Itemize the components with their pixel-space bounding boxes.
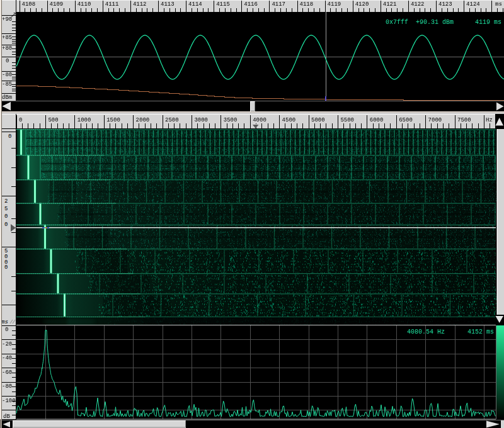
svg-text:ms: ms — [495, 1, 502, 8]
svg-text:500: 500 — [48, 117, 58, 123]
svg-text:Hz: Hz — [486, 117, 493, 123]
svg-text:4118: 4118 — [300, 1, 314, 8]
svg-text:+85: +85 — [2, 35, 12, 41]
svg-text:0: 0 — [5, 327, 8, 333]
svg-text:5000: 5000 — [311, 117, 325, 123]
svg-text:-60: -60 — [2, 369, 12, 376]
svg-text:4110: 4110 — [77, 1, 91, 8]
svg-text:2: 2 — [4, 198, 8, 205]
svg-text:-80: -80 — [2, 383, 12, 390]
svg-text:+80: +80 — [2, 45, 12, 52]
svg-text:7000: 7000 — [428, 117, 442, 123]
svg-text:4109: 4109 — [50, 1, 64, 8]
svg-text:0: 0 — [4, 213, 8, 220]
svg-text:4080.54 Hz: 4080.54 Hz — [407, 329, 445, 335]
svg-text:5500: 5500 — [340, 117, 354, 123]
svg-text:-85: -85 — [2, 81, 12, 87]
svg-text:4121: 4121 — [383, 1, 397, 8]
svg-text:5: 5 — [4, 206, 8, 212]
svg-text:3000: 3000 — [194, 117, 208, 123]
svg-text:4117: 4117 — [272, 1, 285, 8]
svg-text:0: 0 — [8, 133, 11, 140]
svg-text:4500: 4500 — [282, 117, 296, 123]
svg-text:-80: -80 — [2, 72, 12, 78]
svg-text:-20: -20 — [2, 341, 12, 347]
svg-text:2500: 2500 — [165, 117, 179, 123]
svg-text:+90: +90 — [2, 16, 12, 23]
svg-text:4112: 4112 — [133, 1, 147, 8]
svg-text:4152 ms: 4152 ms — [467, 329, 494, 335]
svg-text:4115: 4115 — [216, 1, 230, 8]
svg-text:4113: 4113 — [161, 1, 175, 8]
svg-text:4120: 4120 — [355, 1, 369, 8]
svg-text:-40: -40 — [2, 355, 12, 361]
svg-text:4108: 4108 — [22, 1, 36, 8]
svg-text:-100: -100 — [2, 398, 16, 404]
svg-text:ms: ms — [1, 319, 8, 325]
svg-text:0x7fff +90.31 dBm: 0x7fff +90.31 dBm — [386, 19, 454, 26]
svg-text:2000: 2000 — [136, 117, 150, 123]
svg-text:4116: 4116 — [244, 1, 258, 8]
svg-text:0: 0 — [4, 264, 8, 271]
svg-text:1000: 1000 — [77, 117, 91, 123]
svg-text:1500: 1500 — [106, 117, 120, 123]
svg-text:4114: 4114 — [188, 1, 202, 8]
svg-text:0: 0 — [6, 58, 9, 64]
svg-text:7500: 7500 — [457, 117, 471, 123]
svg-text:4111: 4111 — [105, 1, 119, 8]
svg-text:dB: dB — [3, 414, 10, 420]
svg-text:4122: 4122 — [411, 1, 425, 8]
svg-text:dBm: dBm — [2, 94, 12, 101]
svg-text:4119 ms: 4119 ms — [475, 19, 501, 26]
svg-text:4124: 4124 — [466, 1, 480, 8]
svg-text:4119: 4119 — [328, 1, 341, 8]
svg-text:0: 0 — [4, 222, 8, 228]
svg-text:4000: 4000 — [253, 117, 266, 123]
svg-text:6500: 6500 — [399, 117, 413, 123]
svg-text:0: 0 — [19, 117, 22, 123]
svg-text:3500: 3500 — [224, 117, 238, 123]
svg-text:6000: 6000 — [370, 117, 384, 123]
svg-text:4123: 4123 — [438, 1, 452, 8]
